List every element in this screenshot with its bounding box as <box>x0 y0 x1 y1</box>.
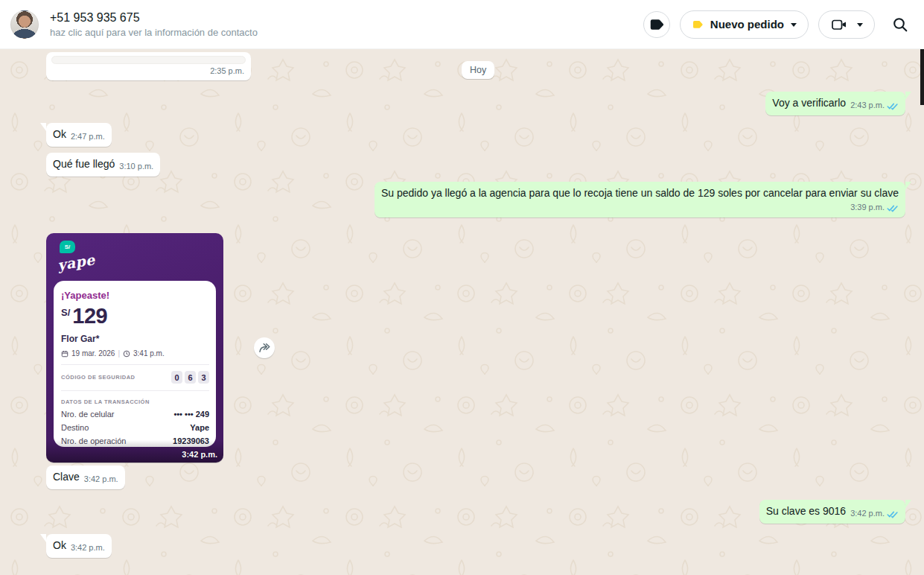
message-time: 3:10 p.m. <box>119 161 153 171</box>
row-value: Yape <box>190 423 209 432</box>
message-time: 3:42 p.m. <box>71 542 105 553</box>
message-time: 2:35 p.m. <box>210 66 244 76</box>
security-code-digits: 0 6 3 <box>171 371 209 384</box>
search-button[interactable] <box>891 16 909 34</box>
transaction-row: Destino Yape <box>61 423 209 432</box>
clock-icon <box>123 350 130 358</box>
forward-message-button[interactable] <box>254 337 275 358</box>
date-divider: Hoy <box>462 61 494 79</box>
label-tag-yellow-icon <box>692 19 704 31</box>
read-receipt-double-check-icon <box>887 102 899 110</box>
message-text: Voy a verificarlo <box>772 96 846 110</box>
separator: | <box>118 349 120 358</box>
calendar-icon <box>61 350 68 358</box>
chevron-down-icon <box>857 23 863 27</box>
row-value: ••• ••• 249 <box>173 410 209 419</box>
attachment-preview-cut <box>51 56 246 64</box>
yape-badge-icon: S/ <box>60 241 75 253</box>
digit: 3 <box>198 371 209 384</box>
yape-logo: S/ yape <box>60 241 95 270</box>
order-status-label: Nuevo pedido <box>710 18 784 31</box>
transaction-row: Nro. de celular ••• ••• 249 <box>61 410 209 419</box>
search-icon <box>891 16 909 34</box>
message-time: 3:39 p.m. <box>850 202 885 212</box>
message-text: Clave <box>53 470 80 484</box>
receipt-amount: S/ 129 <box>61 305 209 327</box>
digit: 0 <box>171 371 182 384</box>
message-incoming-partial[interactable]: 2:35 p.m. <box>46 52 251 80</box>
recipient-name: Flor Gar* <box>61 334 209 344</box>
message-outgoing[interactable]: Su clave es 9016 3:42 p.m. <box>759 500 905 524</box>
read-receipt-double-check-icon <box>887 204 899 212</box>
video-call-button[interactable] <box>818 10 875 39</box>
message-incoming[interactable]: Ok 3:42 p.m. <box>46 534 112 558</box>
label-tag-icon <box>649 16 665 33</box>
divider <box>61 364 209 365</box>
whatsapp-chat-window: +51 953 935 675 haz clic aquí para ver l… <box>0 0 924 575</box>
label-button[interactable] <box>643 11 670 38</box>
message-time: 2:43 p.m. <box>850 100 885 110</box>
message-incoming[interactable]: Qué fue llegó 3:10 p.m. <box>46 153 160 177</box>
yape-receipt-card: ¡Yapeaste! S/ 129 Flor Gar* 19 mar. 2026… <box>54 281 216 447</box>
forward-arrow-icon <box>258 341 271 355</box>
message-incoming[interactable]: Ok 2:47 p.m. <box>46 123 112 147</box>
message-text: Su pedido ya llegó a la agencia para que… <box>381 186 899 200</box>
message-outgoing[interactable]: Voy a verificarlo 2:43 p.m. <box>765 92 905 115</box>
row-label: Destino <box>61 423 89 432</box>
contact-subtitle: haz clic aquí para ver la información de… <box>50 27 258 38</box>
chevron-down-icon <box>791 23 797 27</box>
contact-info[interactable]: +51 953 935 675 haz clic aquí para ver l… <box>50 11 258 38</box>
order-status-dropdown[interactable]: Nuevo pedido <box>680 10 809 39</box>
receipt-datetime: 19 mar. 2026 | 3:41 p.m. <box>61 349 209 358</box>
message-outgoing[interactable]: Su pedido ya llegó a la agencia para que… <box>375 182 905 217</box>
message-text: Ok <box>53 127 66 142</box>
yape-wordmark: yape <box>57 251 97 273</box>
message-text: Ok <box>53 539 66 553</box>
divider <box>61 390 209 391</box>
message-text: Su clave es 9016 <box>766 504 846 518</box>
message-text: Qué fue llegó <box>53 157 115 171</box>
message-time: 3:42 p.m. <box>182 450 217 459</box>
contact-title: +51 953 935 675 <box>50 11 258 25</box>
row-label: Nro. de celular <box>61 410 115 419</box>
transaction-data-label: DATOS DE LA TRANSACCIÓN <box>61 398 209 405</box>
video-camera-icon <box>830 16 848 34</box>
scrollbar-thumb[interactable] <box>920 49 924 105</box>
message-time: 3:42 p.m. <box>84 474 118 484</box>
chat-header: +51 953 935 675 haz clic aquí para ver l… <box>0 0 924 49</box>
security-code-label: CÓDIGO DE SEGURIDAD <box>61 374 136 381</box>
message-incoming[interactable]: Clave 3:42 p.m. <box>46 466 125 489</box>
receipt-date: 19 mar. 2026 <box>71 349 115 358</box>
read-receipt-double-check-icon <box>887 510 899 518</box>
digit: 6 <box>185 371 196 384</box>
security-code-row: CÓDIGO DE SEGURIDAD 0 6 3 <box>61 371 209 384</box>
amount-value: 129 <box>72 305 107 327</box>
receipt-time: 3:41 p.m. <box>133 349 165 358</box>
contact-avatar[interactable] <box>10 10 39 39</box>
receipt-title: ¡Yapeaste! <box>61 290 209 301</box>
message-time: 2:47 p.m. <box>71 131 105 142</box>
currency-symbol: S/ <box>61 307 70 318</box>
message-list[interactable]: 2:35 p.m. Hoy Voy a verificarlo 2:43 p.m… <box>0 49 924 575</box>
message-image-yape-receipt[interactable]: S/ yape ¡Yapeaste! S/ 129 Flor Gar* 19 m… <box>46 233 223 463</box>
message-time: 3:42 p.m. <box>850 508 885 518</box>
